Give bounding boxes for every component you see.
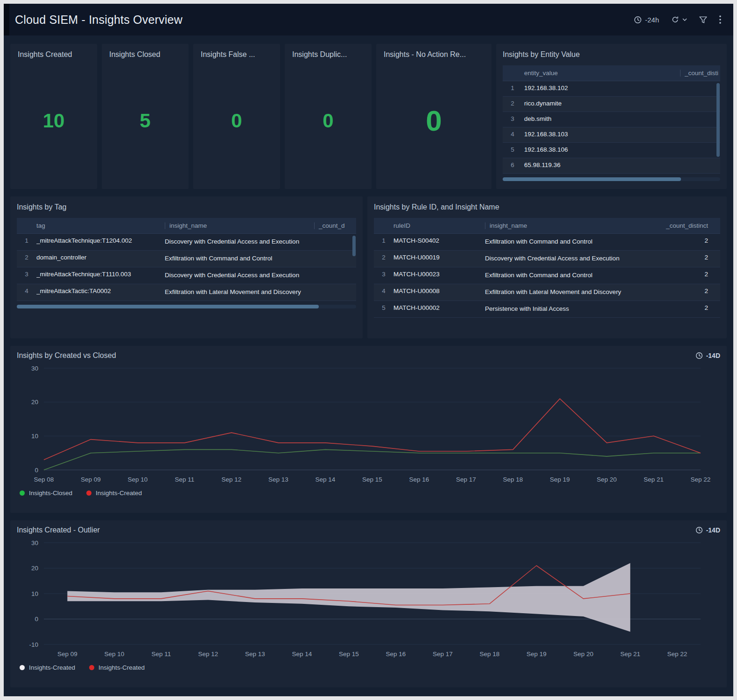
kebab-menu-icon — [719, 15, 721, 24]
filter-button[interactable] — [699, 16, 707, 23]
table-row[interactable]: 1 MATCH-S00402 Exfiltration with Command… — [374, 234, 720, 251]
scrollbar-thumb[interactable] — [17, 305, 319, 308]
svg-text:Sep 13: Sep 13 — [245, 651, 265, 658]
svg-text:Sep 19: Sep 19 — [550, 476, 570, 483]
table-row[interactable]: 2 rico.dynamite — [503, 97, 720, 112]
svg-text:10: 10 — [31, 590, 38, 597]
column-insight-name[interactable]: insight_name — [165, 222, 314, 229]
table-row[interactable]: 4 _mitreAttackTactic:TA0002 Exfiltration… — [17, 284, 356, 301]
tag-table-header: tag insight_name _count_d — [17, 218, 356, 234]
panel-title: Insights Created - Outlier — [17, 526, 100, 534]
tag-table: tag insight_name _count_d 1 _mitreAttack… — [17, 218, 356, 308]
svg-text:Sep 17: Sep 17 — [433, 651, 453, 658]
stat-value: 0 — [231, 110, 242, 132]
kebab-menu-button[interactable] — [719, 15, 721, 24]
svg-text:20: 20 — [31, 565, 38, 572]
panel-title: Insights Closed — [109, 50, 181, 59]
svg-text:Sep 09: Sep 09 — [81, 476, 101, 483]
chevron-down-icon — [682, 18, 687, 21]
stat-value: 10 — [43, 110, 65, 132]
legend-item-insights-created[interactable]: Insights-Created — [86, 490, 142, 497]
vertical-scrollbar[interactable] — [716, 83, 720, 157]
clock-icon — [695, 352, 703, 359]
time-range-control[interactable]: -24h — [634, 16, 659, 24]
svg-text:Sep 21: Sep 21 — [644, 476, 664, 483]
table-row[interactable]: 5 192.168.38.106 — [503, 143, 720, 158]
chart-legend: Insights-Closed Insights-Created — [17, 490, 720, 497]
horizontal-scrollbar[interactable] — [503, 177, 720, 181]
dashboard-body: Insights Created 10 Insights Closed 5 In… — [4, 35, 733, 696]
entity-table-header: entity_value _count_disti — [503, 65, 720, 81]
horizontal-scrollbar[interactable] — [17, 305, 356, 308]
svg-text:Sep 10: Sep 10 — [104, 651, 124, 658]
legend-dot — [86, 490, 91, 496]
table-row[interactable]: 2 domain_controller Exfiltration with Co… — [17, 251, 356, 267]
svg-text:Sep 14: Sep 14 — [316, 476, 336, 483]
legend-item-insights-closed[interactable]: Insights-Closed — [20, 490, 72, 497]
table-row[interactable]: 5 MATCH-U00002 Persistence with Initial … — [374, 301, 720, 318]
svg-text:Sep 14: Sep 14 — [292, 651, 312, 658]
stat-value: 5 — [140, 110, 150, 132]
chart-time-range[interactable]: -14D — [695, 526, 720, 534]
legend-item-outlier-band[interactable]: Insights-Created — [20, 664, 75, 671]
stat-value: 0 — [323, 110, 333, 132]
svg-text:Sep 11: Sep 11 — [151, 651, 171, 658]
svg-text:Sep 19: Sep 19 — [526, 651, 547, 658]
column-rule-id[interactable]: ruleID — [393, 222, 485, 229]
scrollbar-thumb[interactable] — [503, 177, 681, 181]
panel-title: Insights by Rule ID, and Insight Name — [374, 203, 720, 211]
table-row[interactable]: 1 _mitreAttackTechnique:T1204.002 Discov… — [17, 234, 356, 251]
svg-text:Sep 22: Sep 22 — [691, 476, 711, 483]
panel-title: Insights by Created vs Closed — [17, 351, 116, 360]
outlier-band-chart[interactable]: -100102030Sep 09Sep 10Sep 11Sep 12Sep 13… — [17, 537, 711, 660]
column-tag[interactable]: tag — [36, 222, 165, 229]
stat-value: 0 — [426, 104, 442, 137]
panel-insights-created-vs-closed: Insights by Created vs Closed -14D 01020… — [10, 346, 727, 513]
panel-insights-created-outlier: Insights Created - Outlier -14D -1001020… — [10, 520, 727, 687]
legend-item-insights-created[interactable]: Insights-Created — [89, 664, 145, 671]
refresh-control[interactable] — [671, 16, 687, 23]
table-row[interactable]: 4 MATCH-U00008 Exfiltration with Lateral… — [374, 284, 720, 301]
created-vs-closed-line-chart[interactable]: 0102030Sep 08Sep 09Sep 10Sep 11Sep 12Sep… — [17, 363, 711, 486]
table-row[interactable]: 6 65.98.119.36 — [503, 158, 720, 174]
svg-text:Sep 20: Sep 20 — [597, 476, 617, 483]
page-title: Cloud SIEM - Insights Overview — [15, 13, 182, 27]
column-count-distinct[interactable]: _count_disti — [680, 70, 720, 77]
svg-text:30: 30 — [31, 365, 38, 372]
entity-table: entity_value _count_disti 1 192.168.38.1… — [503, 65, 720, 181]
table-row[interactable]: 4 192.168.38.103 — [503, 127, 720, 143]
svg-text:Sep 15: Sep 15 — [362, 476, 382, 483]
clock-icon — [695, 526, 703, 534]
chart-time-range-label: -14D — [706, 526, 720, 534]
svg-text:Sep 15: Sep 15 — [339, 651, 359, 658]
vertical-scrollbar[interactable] — [352, 236, 356, 256]
svg-text:Sep 08: Sep 08 — [34, 476, 54, 483]
column-entity-value[interactable]: entity_value — [522, 70, 680, 77]
filter-icon — [699, 16, 707, 23]
panel-title: Insights by Entity Value — [503, 50, 720, 59]
svg-text:Sep 09: Sep 09 — [57, 651, 77, 658]
svg-text:Sep 22: Sep 22 — [667, 651, 687, 658]
table-row[interactable]: 2 MATCH-U00019 Discovery with Credential… — [374, 251, 720, 267]
legend-dot — [20, 665, 25, 670]
chart-legend: Insights-Created Insights-Created — [17, 664, 720, 671]
svg-text:Sep 18: Sep 18 — [479, 651, 499, 658]
table-row[interactable]: 3 _mitreAttackTechnique:T1110.003 Discov… — [17, 267, 356, 284]
column-count[interactable]: _count_d — [314, 222, 356, 229]
legend-dot — [20, 490, 25, 496]
svg-text:Sep 16: Sep 16 — [409, 476, 429, 483]
column-insight-name[interactable]: insight_name — [485, 222, 632, 229]
panel-insights-by-entity-value: Insights by Entity Value entity_value _c… — [496, 44, 727, 189]
panel-insights-by-tag: Insights by Tag tag insight_name _count_… — [10, 196, 363, 338]
table-row[interactable]: 3 MATCH-U00023 Exfiltration with Command… — [374, 267, 720, 284]
panel-title: Insights False ... — [201, 50, 273, 59]
svg-text:0: 0 — [35, 467, 38, 474]
column-count-distinct[interactable]: _count_distinct — [632, 222, 720, 229]
svg-text:Sep 18: Sep 18 — [503, 476, 523, 483]
svg-text:0: 0 — [35, 616, 38, 623]
refresh-icon — [671, 16, 679, 23]
chart-time-range[interactable]: -14D — [695, 352, 720, 359]
table-row[interactable]: 3 deb.smith — [503, 112, 720, 127]
table-row[interactable]: 1 192.168.38.102 — [503, 81, 720, 97]
chart-header: Insights Created - Outlier -14D — [17, 526, 720, 534]
